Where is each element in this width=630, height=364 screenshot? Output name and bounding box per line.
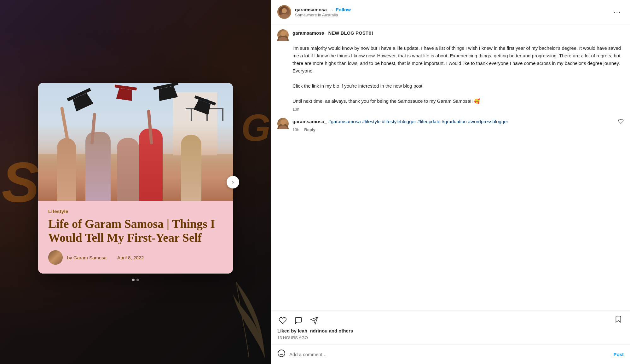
action-icons-row bbox=[277, 314, 624, 327]
comments-area[interactable]: garamsamosa_ NEW BLOG POST!!! I'm sure m… bbox=[271, 24, 630, 310]
svg-point-7 bbox=[280, 120, 286, 125]
hashtag-text: #garamsamosa #lifestyle #lifestyleblogge… bbox=[328, 119, 508, 124]
liked-by-prefix: Liked by bbox=[277, 328, 298, 333]
card-title: Life of Garam Samosa | Things I Would Te… bbox=[48, 217, 223, 245]
deco-text-right: G bbox=[238, 109, 269, 173]
card-author-row: by Garam Samosa April 8, 2022 bbox=[48, 250, 223, 265]
comment-like-icon[interactable] bbox=[618, 118, 624, 132]
main-comment-row: garamsamosa_ NEW BLOG POST!!! I'm sure m… bbox=[277, 29, 624, 112]
comment-input-area: Post bbox=[271, 344, 630, 364]
author-avatar bbox=[48, 250, 63, 265]
post-comment-button[interactable]: Post bbox=[613, 352, 624, 357]
hashtag-comment-avatar bbox=[277, 118, 289, 129]
carousel-next-button[interactable]: › bbox=[227, 176, 239, 188]
liked-by-text: Liked by leah_ndrinou and others bbox=[277, 327, 624, 335]
main-comment-link-text: Click the link in my bio if you're inter… bbox=[292, 83, 424, 89]
right-panel: garamsamosa_ · Follow Somewhere in Austr… bbox=[271, 0, 630, 364]
post-header: garamsamosa_ · Follow Somewhere in Austr… bbox=[271, 0, 630, 24]
main-comment-body: garamsamosa_ NEW BLOG POST!!! I'm sure m… bbox=[292, 29, 624, 112]
main-comment-body-text: I'm sure majority would know by now but … bbox=[292, 45, 621, 73]
blog-card-wrapper: Lifestyle Life of Garam Samosa | Things … bbox=[38, 83, 233, 281]
heart-icon bbox=[279, 316, 287, 325]
header-username: garamsamosa_ bbox=[295, 7, 329, 12]
blog-card: Lifestyle Life of Garam Samosa | Things … bbox=[38, 83, 233, 274]
bookmark-button[interactable] bbox=[613, 314, 624, 327]
header-avatar-inner bbox=[279, 6, 290, 18]
card-category: Lifestyle bbox=[48, 209, 223, 214]
carousel-dots bbox=[38, 279, 233, 281]
carousel-dot-1[interactable] bbox=[132, 279, 135, 281]
main-comment-username: garamsamosa_ bbox=[292, 30, 327, 36]
hashtag-comment-row: garamsamosa_ #garamsamosa #lifestyle #li… bbox=[277, 118, 624, 132]
main-comment-closing: Until next time, as always, thank you fo… bbox=[292, 98, 480, 104]
main-comment-time: 13h bbox=[292, 107, 624, 112]
more-options-button[interactable]: ··· bbox=[611, 7, 624, 17]
svg-point-2 bbox=[280, 14, 289, 18]
svg-point-11 bbox=[278, 350, 285, 357]
hashtag-comment-text: garamsamosa_ #garamsamosa #lifestyle #li… bbox=[292, 118, 614, 125]
hashtag-comment-time: 13h Reply bbox=[292, 127, 614, 132]
deco-text-left: S bbox=[2, 154, 36, 211]
header-dot: · bbox=[332, 7, 333, 12]
bookmark-icon bbox=[614, 315, 622, 323]
liked-by-and: and bbox=[327, 328, 338, 333]
header-info: garamsamosa_ · Follow Somewhere in Austr… bbox=[295, 7, 611, 17]
card-date: April 8, 2022 bbox=[117, 255, 144, 260]
main-comment-bold: NEW BLOG POST!!! bbox=[327, 30, 373, 36]
left-panel: S G bbox=[0, 0, 271, 364]
author-prefix: by Garam Samosa bbox=[67, 255, 107, 260]
card-content: Lifestyle Life of Garam Samosa | Things … bbox=[38, 201, 233, 274]
liked-by-username[interactable]: leah_ndrinou bbox=[298, 328, 327, 333]
svg-point-1 bbox=[282, 8, 287, 13]
author-name: Garam Samosa bbox=[73, 255, 107, 260]
emoji-button[interactable] bbox=[277, 349, 286, 360]
hashtag-timestamp: 13h bbox=[292, 127, 299, 132]
graduation-photo bbox=[38, 83, 233, 201]
action-bar: Liked by leah_ndrinou and others 13 HOUR… bbox=[271, 310, 630, 344]
post-timestamp: 13 HOURS AGO bbox=[277, 335, 624, 343]
carousel-dot-2[interactable] bbox=[136, 279, 139, 281]
svg-text:G: G bbox=[241, 109, 269, 149]
cap-2 bbox=[113, 84, 137, 103]
people-area bbox=[38, 122, 233, 201]
liked-by-others: others bbox=[338, 328, 353, 333]
emoji-icon bbox=[277, 349, 286, 357]
share-icon bbox=[310, 316, 318, 325]
author-by: by bbox=[67, 255, 73, 260]
author-avatar-inner bbox=[48, 250, 63, 265]
hashtag-comment-body: garamsamosa_ #garamsamosa #lifestyle #li… bbox=[292, 118, 614, 132]
svg-point-4 bbox=[280, 31, 286, 36]
like-button[interactable] bbox=[277, 315, 288, 326]
share-button[interactable] bbox=[309, 315, 320, 326]
comment-button[interactable] bbox=[293, 315, 304, 326]
hashtag-comment-username: garamsamosa_ bbox=[292, 119, 327, 124]
header-location: Somewhere in Australia bbox=[295, 13, 611, 17]
main-comment-text: garamsamosa_ NEW BLOG POST!!! I'm sure m… bbox=[292, 29, 624, 105]
follow-button[interactable]: Follow bbox=[336, 7, 351, 12]
reply-button[interactable]: Reply bbox=[304, 127, 315, 132]
deco-feather bbox=[214, 269, 271, 364]
header-avatar bbox=[277, 5, 291, 19]
comment-input[interactable] bbox=[289, 352, 610, 357]
card-image bbox=[38, 83, 233, 201]
comment-icon bbox=[294, 316, 303, 325]
username-row: garamsamosa_ · Follow bbox=[295, 7, 611, 12]
main-comment-avatar bbox=[277, 29, 289, 41]
